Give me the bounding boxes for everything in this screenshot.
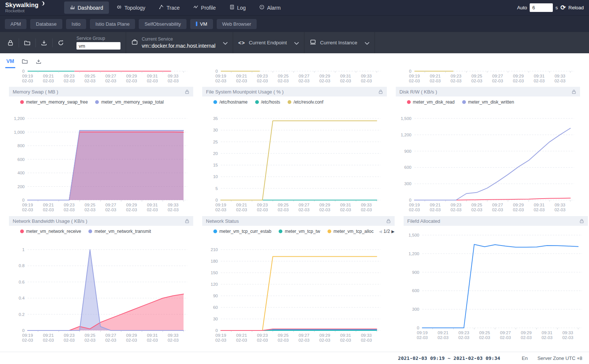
folder-icon[interactable] xyxy=(22,58,28,64)
svg-text:09:33: 09:33 xyxy=(361,203,372,207)
profile-icon xyxy=(193,4,198,11)
panel-header: Filefd Allocated xyxy=(404,216,588,226)
reload-icon[interactable]: ⟳ xyxy=(561,5,566,10)
nav-trace[interactable]: Trace xyxy=(153,1,185,14)
legend-label: meter_vm_disk_read xyxy=(413,99,455,105)
top-navbar: Skywalking Rocketbot Dashboard Topology … xyxy=(0,0,589,16)
lock-icon[interactable] xyxy=(185,89,189,94)
app-logo[interactable]: Skywalking Rocketbot xyxy=(5,2,60,13)
current-instance-selector[interactable]: Current Instance xyxy=(304,32,375,53)
legend-dot xyxy=(95,100,99,104)
chart-legend: meter_vm_network_receive meter_vm_networ… xyxy=(9,226,193,237)
download-icon[interactable] xyxy=(36,39,52,46)
svg-text:02-03: 02-03 xyxy=(450,79,461,83)
svg-text:09:23: 09:23 xyxy=(64,74,75,78)
tab-istio[interactable]: Istio xyxy=(66,19,86,29)
legend-next-icon[interactable]: ▶ xyxy=(391,229,394,234)
legend-item[interactable]: meter_vm_disk_read xyxy=(407,99,455,105)
legend-item[interactable]: meter_vm_memory_swap_total xyxy=(95,99,163,105)
legend-dot xyxy=(462,100,466,104)
svg-text:25: 25 xyxy=(213,140,218,144)
current-endpoint-label: Current Endpoint xyxy=(249,40,287,45)
download-icon[interactable] xyxy=(35,58,42,64)
tab-web-browser[interactable]: Web Browser xyxy=(217,19,257,29)
time-range-picker[interactable]: 2021-02-03 09:19 ~ 2021-02-03 09:34 xyxy=(398,355,500,361)
svg-text:02-03: 02-03 xyxy=(216,208,226,212)
svg-text:09:29: 09:29 xyxy=(320,74,330,78)
svg-text:09:27: 09:27 xyxy=(299,203,310,207)
legend-item[interactable]: meter_vm_tcp_alloc xyxy=(328,229,373,234)
service-group-input[interactable] xyxy=(76,42,120,50)
svg-text:09:31: 09:31 xyxy=(340,333,351,338)
lock-icon[interactable] xyxy=(386,219,391,224)
nav-log[interactable]: Log xyxy=(224,1,251,14)
svg-text:09:23: 09:23 xyxy=(451,203,461,207)
svg-text:0.2: 0.2 xyxy=(19,312,25,317)
current-endpoint-selector[interactable]: <> Current Endpoint xyxy=(233,32,304,53)
reload-button[interactable]: Reload xyxy=(568,5,584,10)
tab-selfobservability[interactable]: SelfObservability xyxy=(139,19,187,29)
legend-item[interactable]: /etc/hostname xyxy=(213,99,247,105)
lock-icon[interactable] xyxy=(185,219,189,224)
svg-text:09:27: 09:27 xyxy=(500,330,511,335)
svg-text:02-03: 02-03 xyxy=(471,79,482,83)
tab-database[interactable]: Database xyxy=(30,19,62,29)
server-zone[interactable]: Server Zone UTC +8 xyxy=(538,355,582,361)
panel-header: Network Status xyxy=(202,216,395,226)
svg-text:02-03: 02-03 xyxy=(278,338,288,342)
nav-topology[interactable]: Topology xyxy=(111,1,151,14)
panel-title: Network Bandwidth Usage ( KB/s ) xyxy=(13,218,185,224)
svg-text:09:21: 09:21 xyxy=(236,74,247,78)
auto-interval-input[interactable] xyxy=(530,3,553,12)
lock-icon[interactable] xyxy=(378,89,383,94)
svg-text:90: 90 xyxy=(213,294,218,298)
tab-vm-page[interactable]: VM xyxy=(6,53,14,69)
nav-label: Profile xyxy=(201,5,216,11)
legend-item[interactable]: meter_vm_network_transmit xyxy=(88,229,151,234)
nav-profile[interactable]: Profile xyxy=(188,1,222,14)
svg-text:09:29: 09:29 xyxy=(320,203,330,207)
svg-text:02-03: 02-03 xyxy=(340,208,351,212)
lock-icon[interactable] xyxy=(579,219,584,224)
disk-rw-chart: 03006009001,2001,50009:1902-0309:2102-03… xyxy=(396,108,580,212)
nav-alarm[interactable]: Alarm xyxy=(254,1,286,14)
current-service-selector[interactable]: Current Service vm::docker.for.mac.host.… xyxy=(126,32,233,53)
legend-item[interactable]: /etc/resolv.conf xyxy=(288,99,323,105)
legend-item[interactable]: /etc/hosts xyxy=(255,99,280,105)
lock-icon[interactable] xyxy=(571,89,576,94)
tab-apm[interactable]: APM xyxy=(5,19,26,29)
svg-text:02-03: 02-03 xyxy=(417,335,427,340)
network-bandwidth-panel: Network Bandwidth Usage ( KB/s ) meter_v… xyxy=(9,216,193,344)
lock-icon[interactable] xyxy=(2,39,19,46)
svg-text:02-03: 02-03 xyxy=(105,208,116,212)
legend-item[interactable]: meter_vm_tcp_tw xyxy=(279,229,320,234)
folder-icon[interactable] xyxy=(19,39,35,46)
chart-legend: meter_vm_memory_swap_free meter_vm_memor… xyxy=(9,96,193,108)
nav-label: Alarm xyxy=(267,5,281,11)
svg-text:09:25: 09:25 xyxy=(85,203,95,207)
svg-text:0: 0 xyxy=(22,198,25,202)
svg-text:09:29: 09:29 xyxy=(513,203,524,207)
svg-text:09:21: 09:21 xyxy=(236,203,247,207)
legend-item[interactable]: meter_vm_disk_written xyxy=(462,99,514,105)
nav-dashboard[interactable]: Dashboard xyxy=(64,1,109,14)
tab-istio-data-plane[interactable]: Istio Data Plane xyxy=(90,19,135,29)
svg-text:02-03: 02-03 xyxy=(126,208,137,212)
legend-item[interactable]: meter_vm_network_receive xyxy=(20,229,81,234)
tab-vm[interactable]: VM xyxy=(190,19,213,29)
svg-text:02-03: 02-03 xyxy=(479,335,490,340)
svg-text:1,500: 1,500 xyxy=(401,116,411,121)
refresh-icon[interactable] xyxy=(53,39,69,46)
legend-item[interactable]: meter_vm_tcp_curr_estab xyxy=(213,229,271,234)
legend-dot xyxy=(279,230,282,233)
chevron-down-icon xyxy=(365,39,369,46)
memory-swap-panel: Memory Swap ( MB ) meter_vm_memory_swap_… xyxy=(9,87,193,212)
language-toggle[interactable]: En xyxy=(522,355,528,361)
main-nav: Dashboard Topology Trace Profile Log Ala… xyxy=(64,1,286,14)
chevron-down-icon xyxy=(294,39,299,46)
svg-text:150: 150 xyxy=(211,270,218,275)
legend-prev-icon[interactable]: ◀ xyxy=(379,229,382,234)
legend-item[interactable]: meter_vm_memory_swap_free xyxy=(20,99,88,105)
chart-row-2: Network Bandwidth Usage ( KB/s ) meter_v… xyxy=(9,216,580,344)
svg-text:09:21: 09:21 xyxy=(43,74,54,78)
